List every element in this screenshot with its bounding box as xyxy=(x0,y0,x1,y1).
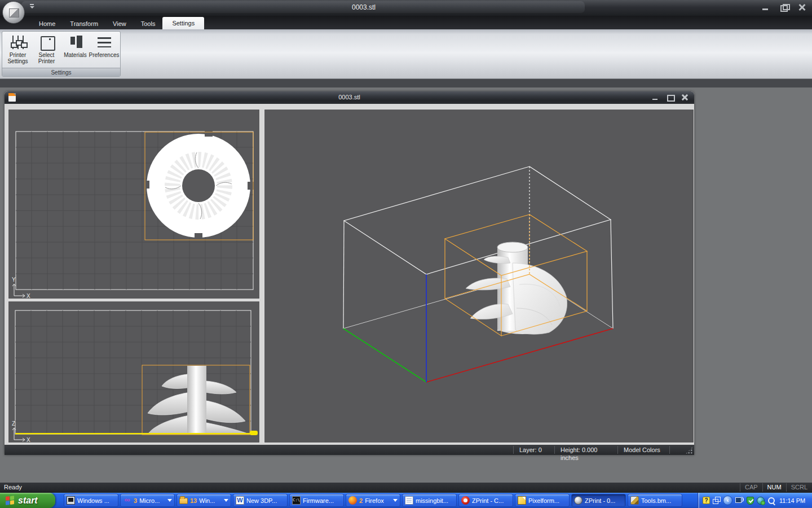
word-document-icon: W xyxy=(236,496,244,505)
console-window-icon xyxy=(67,496,75,505)
close-button[interactable] xyxy=(797,4,806,11)
taskbar-button-tools-bmp[interactable]: Tools.bm... xyxy=(628,494,682,507)
restore-button[interactable] xyxy=(779,4,788,11)
status-message: Ready xyxy=(4,484,22,491)
front-view-canvas: Z X xyxy=(8,301,259,443)
notepad-icon xyxy=(405,496,413,505)
axis-edge-green xyxy=(343,329,426,382)
printer-settings-button[interactable]: Printer Settings xyxy=(3,33,32,64)
taskbar-button-firmware[interactable]: C:\ Firmware... xyxy=(289,494,344,507)
perspective-canvas xyxy=(264,110,694,443)
minimize-button[interactable] xyxy=(761,4,770,11)
preferences-button[interactable]: Preferences xyxy=(90,33,118,64)
security-shield-icon[interactable] xyxy=(747,497,754,505)
clock: 11:14 PM xyxy=(779,497,805,504)
pixelformer-icon xyxy=(518,496,526,505)
app-statusbar: Ready CAP NUM SCRL xyxy=(0,483,812,493)
materials-icon xyxy=(68,35,83,50)
viewport-3d-view[interactable] xyxy=(264,109,694,443)
axis-label-x-top: X xyxy=(27,293,30,299)
app-logo[interactable] xyxy=(2,1,25,24)
show-hidden-icons-chevron[interactable]: ‹ xyxy=(723,496,732,505)
taskbar-button-windows[interactable]: Windows ... xyxy=(64,494,118,507)
screen: 0003.stl Home Transform View Tools Setti… xyxy=(0,0,812,508)
document-titlebar[interactable]: 0003.stl xyxy=(5,91,694,104)
ribbon-group-label: Settings xyxy=(2,68,120,76)
taskbar-button-microsoft-group[interactable]: ∞ 3Micro... xyxy=(120,494,175,507)
group-expand-arrow[interactable] xyxy=(393,499,398,502)
model-colors-indicator: Model Colors xyxy=(617,446,669,454)
tab-home[interactable]: Home xyxy=(32,17,63,29)
firefox-icon xyxy=(348,496,357,505)
taskbar: start Windows ... ∞ 3Micro... 13Win... W… xyxy=(0,493,812,508)
group-expand-arrow[interactable] xyxy=(224,499,228,502)
start-button[interactable]: start xyxy=(0,493,55,508)
tab-view[interactable]: View xyxy=(105,17,134,29)
taskbar-button-missingbit[interactable]: missingbit... xyxy=(402,494,457,507)
printer-icon xyxy=(39,35,55,50)
search-magnifier-icon[interactable] xyxy=(767,497,775,505)
main-titlebar: 0003.stl xyxy=(0,0,812,16)
document-statusbar: Layer: 0 Height: 0.000 inches Model Colo… xyxy=(5,445,694,455)
document-window: 0003.stl xyxy=(5,91,694,455)
infinity-icon: ∞ xyxy=(123,496,131,505)
layer-indicator: Layer: 0 xyxy=(513,446,554,454)
command-prompt-icon: C:\ xyxy=(292,496,301,505)
screw-shaft-front xyxy=(187,366,206,433)
viewport-front-view[interactable]: Z X xyxy=(8,301,260,443)
folder-icon xyxy=(179,498,188,504)
quick-access-chevron-icon[interactable] xyxy=(29,4,35,10)
taskbar-button-new3dp[interactable]: W New 3DP... xyxy=(233,494,288,507)
system-tray: ? ‹ 11:14 PM xyxy=(698,493,812,508)
doc-maximize-button[interactable] xyxy=(667,94,674,100)
axis-label-x-front: X xyxy=(27,437,30,443)
mdi-workspace: 0003.stl xyxy=(0,79,812,483)
zprint-logo-icon xyxy=(574,496,582,505)
help-icon[interactable]: ? xyxy=(703,497,710,504)
sliders-icon xyxy=(10,35,26,50)
tab-tools[interactable]: Tools xyxy=(134,17,163,29)
materials-button[interactable]: Materials xyxy=(61,33,90,64)
build-volume-box xyxy=(343,167,613,329)
axis-label-z: Z xyxy=(12,421,15,427)
top-view-canvas: Y X xyxy=(8,110,259,299)
main-blade xyxy=(513,263,567,334)
taskbar-button-pixelformer[interactable]: Pixelform... xyxy=(515,494,570,507)
wireless-network-icon[interactable] xyxy=(735,497,744,504)
tab-transform[interactable]: Transform xyxy=(63,17,105,29)
zprint-red-icon xyxy=(461,496,470,505)
taskbar-button-zprint-c[interactable]: ZPrint - C... xyxy=(458,494,513,507)
group-expand-arrow[interactable] xyxy=(167,499,172,502)
height-indicator: Height: 0.000 inches xyxy=(554,446,617,454)
taskbar-button-windows-group[interactable]: 13Win... xyxy=(176,494,231,507)
caps-lock-indicator: CAP xyxy=(740,483,762,492)
scroll-lock-indicator: SCRL xyxy=(786,483,812,492)
viewport-top-view[interactable]: Y X xyxy=(8,109,260,299)
resize-grip[interactable] xyxy=(685,446,693,454)
paint-icon xyxy=(630,496,639,505)
platform-handle[interactable] xyxy=(250,431,258,435)
axis-label-y: Y xyxy=(12,277,16,283)
network-globe-icon[interactable] xyxy=(757,497,765,505)
build-platform-line xyxy=(15,433,252,435)
taskbar-button-zprint-active[interactable]: ZPrint - 0... xyxy=(571,494,626,507)
document-title: 0003.stl xyxy=(5,94,694,100)
menu-lines-icon xyxy=(96,35,112,50)
tab-settings[interactable]: Settings xyxy=(162,17,204,29)
axis-edge-red xyxy=(426,329,613,382)
ribbon-group-settings: Printer Settings Select Printer Material… xyxy=(2,31,121,77)
ribbon: Printer Settings Select Printer Material… xyxy=(0,29,812,79)
windows-flag-icon xyxy=(6,496,15,505)
num-lock-indicator: NUM xyxy=(762,483,786,492)
select-printer-button[interactable]: Select Printer xyxy=(32,33,61,64)
doc-minimize-button[interactable] xyxy=(652,94,659,100)
taskbar-button-firefox-group[interactable]: 2Firefox xyxy=(346,494,400,507)
center-hole xyxy=(182,169,215,202)
ribbon-tab-row: Home Transform View Tools Settings xyxy=(0,16,812,29)
window-layout-icon[interactable] xyxy=(713,497,720,504)
window-title: 0003.stl xyxy=(0,3,727,11)
doc-close-button[interactable] xyxy=(681,94,689,100)
